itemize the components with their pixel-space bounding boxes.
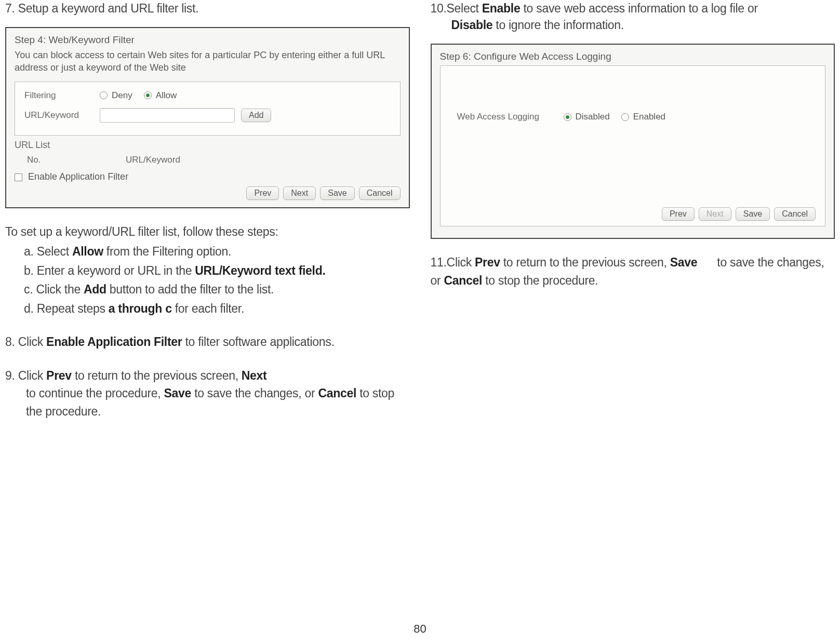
- col-urlkeyword: URL/Keyword: [126, 155, 180, 165]
- sub-steps: a. Select Allow from the Filtering optio…: [5, 243, 410, 317]
- step-11: 11.Click Prev to return to the previous …: [431, 253, 835, 289]
- urlkeyword-row: URL/Keyword Add: [24, 108, 391, 123]
- add-button[interactable]: Add: [241, 109, 271, 122]
- urlkeyword-label: URL/Keyword: [24, 110, 100, 120]
- save-button[interactable]: Save: [320, 186, 354, 200]
- right-column: 10.Select Enable to save web access info…: [431, 0, 835, 420]
- col-no: No.: [27, 155, 126, 165]
- left-column: 7. Setup a keyword and URL filter list. …: [5, 0, 410, 420]
- step-9: 9. Click Prev to return to the previous …: [5, 367, 410, 421]
- radio-allow-label: Allow: [156, 90, 177, 101]
- enable-app-filter-label: Enable Application Filter: [28, 171, 128, 182]
- filter-intro: To set up a keyword/URL filter list, fol…: [5, 223, 410, 241]
- prev-button[interactable]: Prev: [662, 207, 695, 221]
- save-button[interactable]: Save: [736, 207, 770, 221]
- right-body: 11.Click Prev to return to the previous …: [431, 253, 835, 289]
- substep-a: a. Select Allow from the Filtering optio…: [24, 243, 410, 261]
- radio-allow[interactable]: [144, 91, 152, 99]
- next-button[interactable]: Next: [283, 186, 316, 200]
- url-list-label: URL List: [15, 140, 401, 151]
- filtering-label: Filtering: [24, 90, 100, 101]
- web-access-logging-label: Web Access Logging: [457, 112, 564, 122]
- prev-button[interactable]: Prev: [246, 186, 279, 200]
- substep-c: c. Click the Add button to add the filte…: [24, 280, 410, 299]
- radio-enabled-label: Enabled: [633, 112, 665, 122]
- left-body: To set up a keyword/URL filter list, fol…: [5, 223, 410, 421]
- cancel-button[interactable]: Cancel: [774, 207, 816, 221]
- cancel-button[interactable]: Cancel: [359, 186, 401, 200]
- next-button[interactable]: Next: [699, 207, 731, 221]
- enable-app-filter-row: Enable Application Filter: [15, 171, 401, 182]
- page-number: 80: [0, 622, 840, 636]
- panel-step4: Step 4: Web/Keyword Filter You can block…: [5, 27, 410, 208]
- radio-deny-label: Deny: [112, 90, 132, 101]
- radio-disabled[interactable]: [564, 113, 571, 121]
- panel6-title: Step 6: Configure Web Access Logging: [440, 51, 826, 62]
- panel6-buttons: Prev Next Save Cancel: [450, 207, 816, 221]
- radio-deny[interactable]: [100, 91, 108, 99]
- panel4-desc: You can block access to certain Web site…: [15, 49, 401, 74]
- radio-disabled-label: Disabled: [576, 112, 610, 122]
- step-10-heading: 10.Select Enable to save web access info…: [431, 0, 835, 33]
- step-7-text: Setup a keyword and URL filter list.: [18, 2, 199, 15]
- panel-step6: Step 6: Configure Web Access Logging Web…: [431, 44, 835, 239]
- substep-b: b. Enter a keyword or URL in the URL/Key…: [24, 262, 410, 280]
- step-8: 8. Click Enable Application Filter to fi…: [5, 333, 410, 351]
- substep-d: d. Repeat steps a through c for each fil…: [24, 300, 410, 318]
- enable-app-filter-checkbox[interactable]: [15, 173, 22, 181]
- url-list-header: No. URL/Keyword: [15, 153, 401, 169]
- panel4-form: Filtering Deny Allow URL/Keyword Add: [15, 82, 401, 136]
- panel6-form: Web Access Logging Disabled Enabled Prev…: [440, 65, 826, 226]
- step-7-heading: 7. Setup a keyword and URL filter list.: [5, 0, 410, 17]
- urlkeyword-input[interactable]: [100, 108, 235, 123]
- radio-enabled[interactable]: [621, 113, 629, 121]
- step-7-num: 7.: [5, 2, 15, 15]
- web-access-logging-row: Web Access Logging Disabled Enabled: [457, 112, 816, 122]
- panel4-buttons: Prev Next Save Cancel: [15, 186, 401, 200]
- panel4-title: Step 4: Web/Keyword Filter: [15, 34, 401, 46]
- filtering-row: Filtering Deny Allow: [24, 90, 391, 101]
